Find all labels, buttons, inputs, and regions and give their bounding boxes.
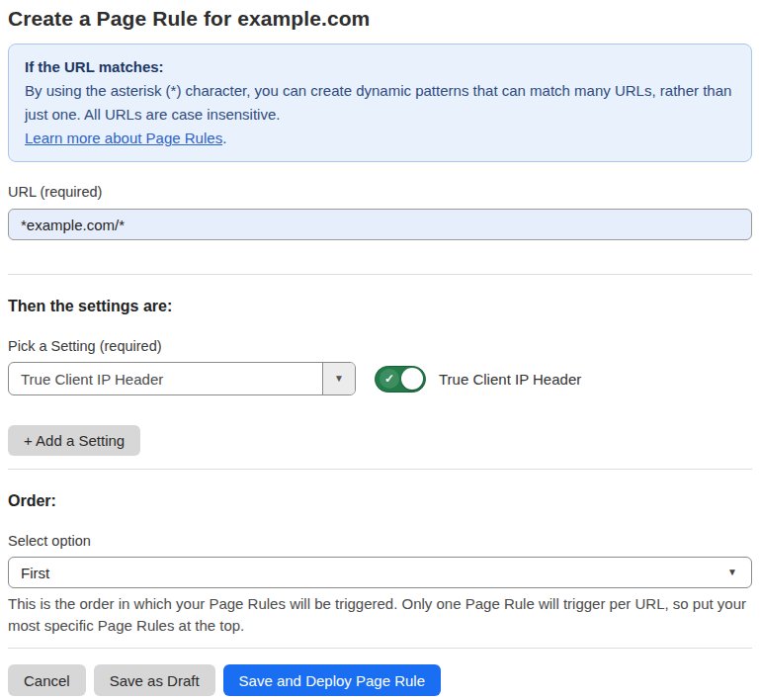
- setting-select-value: True Client IP Header: [9, 363, 322, 394]
- save-deploy-button[interactable]: Save and Deploy Page Rule: [223, 664, 441, 696]
- order-select-value: First: [21, 565, 49, 581]
- settings-heading: Then the settings are:: [8, 297, 752, 316]
- info-box-body: By using the asterisk (*) character, you…: [25, 79, 735, 127]
- info-box-heading: If the URL matches:: [25, 55, 735, 79]
- save-draft-button[interactable]: Save as Draft: [94, 664, 215, 696]
- pick-setting-label: Pick a Setting (required): [8, 337, 752, 355]
- setting-select-arrow-button[interactable]: ▼: [322, 363, 355, 394]
- toggle-label: True Client IP Header: [439, 371, 581, 388]
- link-suffix: .: [222, 130, 226, 146]
- order-select-label: Select option: [8, 532, 752, 550]
- info-box-link-line: Learn more about Page Rules.: [25, 127, 735, 150]
- order-help-text: This is the order in which your Page Rul…: [8, 593, 750, 637]
- footer-actions: Cancel Save as Draft Save and Deploy Pag…: [8, 664, 752, 696]
- setting-row: True Client IP Header ▼ ✓ True Client IP…: [8, 362, 752, 395]
- footer-divider: [8, 648, 752, 649]
- section-divider: [8, 469, 752, 470]
- check-icon: ✓: [380, 369, 399, 389]
- chevron-down-icon: ▼: [727, 568, 737, 577]
- section-divider: [8, 274, 752, 275]
- url-input[interactable]: [8, 209, 752, 240]
- order-heading: Order:: [8, 491, 752, 511]
- add-setting-button[interactable]: + Add a Setting: [8, 425, 140, 456]
- toggle-knob: [401, 368, 423, 390]
- order-select[interactable]: First ▼: [8, 557, 752, 588]
- cancel-button[interactable]: Cancel: [8, 664, 86, 696]
- chevron-down-icon: ▼: [334, 374, 344, 384]
- true-client-ip-toggle[interactable]: ✓: [375, 366, 426, 393]
- setting-select[interactable]: True Client IP Header ▼: [8, 362, 356, 395]
- page-title: Create a Page Rule for example.com: [8, 5, 752, 33]
- url-field-label: URL (required): [8, 183, 752, 201]
- url-match-info-box: If the URL matches: By using the asteris…: [8, 44, 752, 162]
- learn-more-link[interactable]: Learn more about Page Rules: [25, 130, 222, 146]
